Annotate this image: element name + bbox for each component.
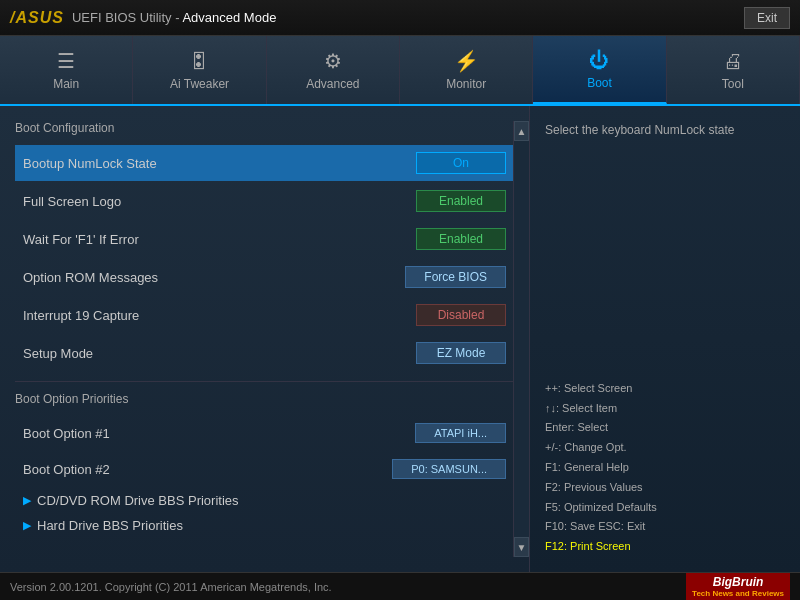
row-hdd[interactable]: ▶ Hard Drive BBS Priorities [15, 513, 514, 538]
row-interrupt19-value: Disabled [416, 304, 506, 326]
row-boot2[interactable]: Boot Option #2 P0: SAMSUN... [15, 452, 514, 486]
key-f1: F1: General Help [545, 458, 785, 478]
main-icon: ☰ [57, 49, 75, 73]
key-select-screen: ++: Select Screen [545, 379, 785, 399]
row-numlock-value: On [416, 152, 506, 174]
expand-icon-cddvd: ▶ [23, 494, 31, 507]
row-boot2-value: P0: SAMSUN... [392, 459, 506, 479]
title-text: UEFI BIOS Utility - Advanced Mode [72, 10, 276, 25]
row-setup-mode-value: EZ Mode [416, 342, 506, 364]
boot-priorities-title: Boot Option Priorities [15, 392, 514, 406]
row-numlock[interactable]: Bootup NumLock State On [15, 145, 514, 181]
row-numlock-label: Bootup NumLock State [23, 156, 157, 171]
scroll-down-button[interactable]: ▼ [514, 537, 529, 557]
tab-monitor[interactable]: ⚡ Monitor [400, 36, 533, 104]
row-interrupt19[interactable]: Interrupt 19 Capture Disabled [15, 297, 514, 333]
key-f12: F12: Print Screen [545, 537, 785, 557]
help-text: Select the keyboard NumLock state [545, 121, 785, 140]
row-boot1-label: Boot Option #1 [23, 426, 110, 441]
row-fullscreen[interactable]: Full Screen Logo Enabled [15, 183, 514, 219]
boot-icon: ⏻ [589, 49, 609, 72]
titlebar-left: /ASUS UEFI BIOS Utility - Advanced Mode [10, 9, 276, 27]
ai-tweaker-icon: 🎛 [189, 50, 209, 73]
key-enter: Enter: Select [545, 418, 785, 438]
row-interrupt19-label: Interrupt 19 Capture [23, 308, 139, 323]
row-boot1-value: ATAPI iH... [415, 423, 506, 443]
nav-tabs: ☰ Main 🎛 Ai Tweaker ⚙ Advanced ⚡ Monitor… [0, 36, 800, 106]
row-boot2-label: Boot Option #2 [23, 462, 110, 477]
row-setup-mode[interactable]: Setup Mode EZ Mode [15, 335, 514, 371]
monitor-icon: ⚡ [454, 49, 479, 73]
row-option-rom-value: Force BIOS [405, 266, 506, 288]
key-f5: F5: Optimized Defaults [545, 498, 785, 518]
tab-main[interactable]: ☰ Main [0, 36, 133, 104]
keybindings: ++: Select Screen ↑↓: Select Item Enter:… [545, 379, 785, 557]
row-option-rom-label: Option ROM Messages [23, 270, 158, 285]
key-change-opt: +/-: Change Opt. [545, 438, 785, 458]
left-panel: Boot Configuration Bootup NumLock State … [0, 106, 530, 572]
tab-advanced-label: Advanced [306, 77, 359, 91]
key-f10: F10: Save ESC: Exit [545, 517, 785, 537]
expand-icon-hdd: ▶ [23, 519, 31, 532]
tab-tool-label: Tool [722, 77, 744, 91]
row-option-rom[interactable]: Option ROM Messages Force BIOS [15, 259, 514, 295]
row-fullscreen-value: Enabled [416, 190, 506, 212]
advanced-icon: ⚙ [324, 49, 342, 73]
asus-logo: /ASUS [10, 9, 64, 27]
row-waitf1[interactable]: Wait For 'F1' If Error Enabled [15, 221, 514, 257]
key-f2: F2: Previous Values [545, 478, 785, 498]
scrollbar-track[interactable] [514, 141, 529, 537]
bigbruin-brand: BigBruin [713, 575, 764, 589]
tab-advanced[interactable]: ⚙ Advanced [267, 36, 400, 104]
bigbruin-logo: BigBruin Tech News and Reviews [686, 573, 790, 600]
version-text: Version 2.00.1201. Copyright (C) 2011 Am… [10, 581, 332, 593]
tool-icon: 🖨 [723, 50, 743, 73]
tab-tool[interactable]: 🖨 Tool [667, 36, 800, 104]
right-panel: Select the keyboard NumLock state ++: Se… [530, 106, 800, 572]
mode-text: Advanced Mode [182, 10, 276, 25]
bigbruin-sub: Tech News and Reviews [692, 589, 784, 599]
tab-main-label: Main [53, 77, 79, 91]
key-select-item: ↑↓: Select Item [545, 399, 785, 419]
titlebar: /ASUS UEFI BIOS Utility - Advanced Mode … [0, 0, 800, 36]
tab-ai-tweaker-label: Ai Tweaker [170, 77, 229, 91]
exit-button[interactable]: Exit [744, 7, 790, 29]
row-hdd-label: Hard Drive BBS Priorities [37, 518, 183, 533]
tab-ai-tweaker[interactable]: 🎛 Ai Tweaker [133, 36, 266, 104]
row-setup-mode-label: Setup Mode [23, 346, 93, 361]
row-waitf1-value: Enabled [416, 228, 506, 250]
row-fullscreen-label: Full Screen Logo [23, 194, 121, 209]
row-waitf1-label: Wait For 'F1' If Error [23, 232, 139, 247]
row-cddvd[interactable]: ▶ CD/DVD ROM Drive BBS Priorities [15, 488, 514, 513]
row-cddvd-label: CD/DVD ROM Drive BBS Priorities [37, 493, 239, 508]
scrollbar[interactable]: ▲ ▼ [513, 121, 529, 557]
divider1 [15, 381, 514, 382]
tab-boot[interactable]: ⏻ Boot [533, 36, 666, 104]
row-boot1[interactable]: Boot Option #1 ATAPI iH... [15, 416, 514, 450]
tab-boot-label: Boot [587, 76, 612, 90]
statusbar: Version 2.00.1201. Copyright (C) 2011 Am… [0, 572, 800, 600]
boot-config-title: Boot Configuration [15, 121, 514, 135]
main-content: Boot Configuration Bootup NumLock State … [0, 106, 800, 572]
scroll-up-button[interactable]: ▲ [514, 121, 529, 141]
tab-monitor-label: Monitor [446, 77, 486, 91]
